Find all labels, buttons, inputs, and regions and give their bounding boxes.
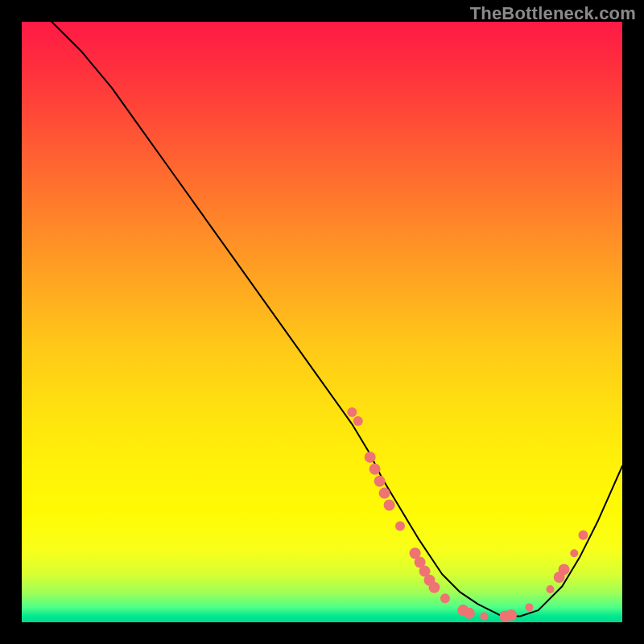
data-point xyxy=(440,593,450,603)
data-point xyxy=(353,416,363,426)
watermark-text: TheBottleneck.com xyxy=(470,3,636,24)
data-point xyxy=(570,549,578,557)
data-point xyxy=(379,488,390,499)
data-point xyxy=(369,464,381,475)
bottleneck-curve xyxy=(52,22,622,617)
data-point xyxy=(464,608,475,619)
data-point xyxy=(395,522,405,531)
data-point xyxy=(506,609,517,621)
data-point xyxy=(365,452,376,463)
chart-plot-area xyxy=(22,22,622,622)
data-point xyxy=(384,500,395,511)
data-point xyxy=(525,603,533,611)
data-point xyxy=(429,582,440,593)
data-point xyxy=(579,530,588,540)
data-point xyxy=(374,476,386,487)
data-point xyxy=(559,564,570,575)
data-point xyxy=(547,585,555,593)
data-point xyxy=(347,407,357,417)
chart-svg-layer xyxy=(22,22,622,622)
data-point xyxy=(480,613,488,621)
